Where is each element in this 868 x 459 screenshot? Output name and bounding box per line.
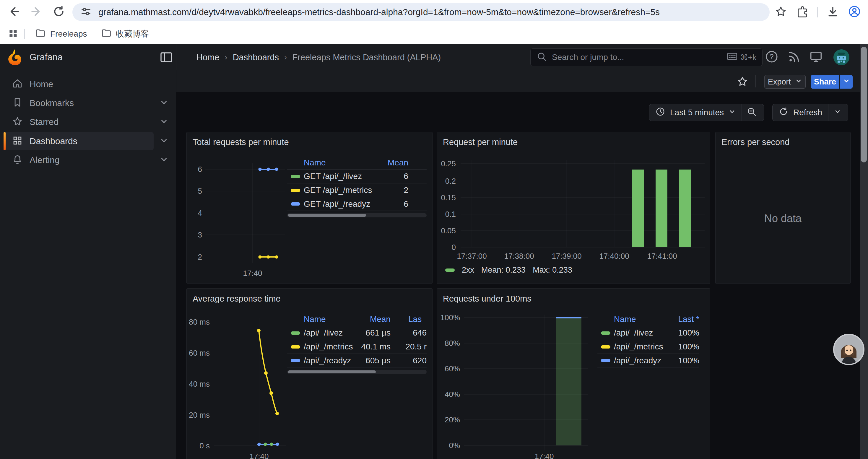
legend-row[interactable]: GET /api/_/livez 6 [287, 169, 427, 183]
sidebar-item-label: Home [30, 79, 53, 89]
series-color-dash [601, 345, 610, 349]
legend-header-row: Name Last * [597, 313, 699, 326]
profile-icon[interactable] [848, 5, 861, 19]
browser-forward-button[interactable] [28, 4, 44, 20]
breadcrumb-home[interactable]: Home [196, 53, 219, 62]
chevron-down-icon [834, 108, 841, 117]
bell-icon [12, 154, 23, 166]
legend-row[interactable]: /api/_/livez 661 µs 646 [287, 326, 427, 340]
search-shortcut: ⌘+k [727, 52, 756, 63]
bookmark-ribbon-icon [12, 97, 23, 109]
x-axis-tick: 17:40:00 [591, 251, 638, 261]
legend-row[interactable]: GET /api/_/readyz 6 [287, 197, 427, 211]
star-outline-icon [736, 84, 749, 89]
refresh-control: Refresh [772, 104, 848, 121]
legend-row[interactable]: /api/_/metrics 40.1 ms 20.5 r [287, 340, 427, 354]
browser-back-button[interactable] [6, 4, 22, 20]
chevron-down-icon[interactable] [159, 155, 168, 165]
legend-header-last[interactable]: Las [408, 315, 427, 324]
legend-series-label[interactable]: 2xx [462, 266, 474, 275]
legend-header-name[interactable]: Name [304, 158, 326, 167]
legend-header-name[interactable]: Name [614, 315, 636, 324]
sidebar: Home Bookmarks Starred Dashboards Alerti… [0, 70, 176, 459]
bookmark-star-icon[interactable] [775, 5, 787, 19]
grafana-logo[interactable] [7, 49, 22, 66]
legend-header-row: Name Mean [287, 156, 427, 169]
legend-mean-value: Mean: 0.233 [481, 266, 526, 275]
refresh-button[interactable]: Refresh [773, 104, 828, 121]
chevron-down-icon [795, 77, 802, 87]
time-range-picker-button[interactable]: Last 5 minutes [649, 104, 742, 121]
panel-requests-under-100ms: Requests under 100ms 100% 80% 60% 40% 20… [437, 288, 710, 459]
sidebar-item-label: Alerting [30, 155, 60, 165]
url-bar[interactable]: grafana.mathmast.com/d/deytv4rwavabkb/fr… [72, 3, 770, 21]
legend-row[interactable]: /api/_/readyz 605 µs 620 [287, 354, 427, 367]
bookmark-folder-blogs[interactable]: 收藏博客 [96, 25, 154, 43]
breadcrumb: Home › Dashboards › Freeleaps Metrics Da… [196, 44, 441, 70]
sidebar-toggle-button[interactable] [160, 52, 172, 64]
time-range-control: Last 5 minutes [649, 104, 764, 121]
legend-row[interactable]: GET /api/_/metrics 2 [287, 183, 427, 197]
legend-row[interactable]: /api/_/livez 100% [597, 326, 699, 340]
series-color-dash [291, 202, 300, 205]
folder-icon [101, 28, 112, 41]
share-button[interactable]: Share [811, 75, 839, 89]
sidebar-item-alerting[interactable]: Alerting [0, 151, 176, 169]
legend-scrollbar-thumb[interactable] [288, 214, 366, 217]
x-axis-tick: 17:40 [241, 452, 277, 459]
legend-row[interactable]: /api/_/readyz 100% [597, 354, 699, 367]
legend-row[interactable]: /api/_/metrics 100% [597, 340, 699, 354]
floating-assistant-avatar[interactable] [832, 333, 865, 367]
browser-reload-button[interactable] [51, 4, 67, 20]
refresh-interval-button[interactable] [829, 104, 847, 121]
legend-scrollbar[interactable] [287, 370, 427, 374]
export-button[interactable]: Export [764, 75, 806, 89]
page-scrollbar-thumb[interactable] [861, 47, 867, 162]
home-icon [12, 78, 23, 90]
news-button[interactable] [785, 48, 804, 67]
bookmark-folder-freeleaps[interactable]: Freeleaps [30, 25, 92, 43]
sidebar-item-home[interactable]: Home [0, 75, 176, 93]
sidebar-item-bookmarks[interactable]: Bookmarks [0, 94, 176, 112]
display-button[interactable] [807, 48, 826, 67]
help-button[interactable]: ? [762, 48, 781, 67]
rss-icon [787, 50, 801, 65]
legend-scrollbar[interactable] [287, 213, 427, 218]
chevron-down-icon[interactable] [159, 98, 168, 108]
series-color-dash [291, 331, 300, 335]
user-avatar[interactable] [833, 49, 849, 66]
apps-grid-icon[interactable] [7, 28, 19, 40]
legend-header-name[interactable]: Name [304, 315, 326, 324]
chevron-down-icon[interactable] [159, 117, 168, 127]
sidebar-item-label: Bookmarks [30, 98, 74, 108]
chevron-down-icon[interactable] [159, 136, 168, 146]
favorite-dashboard-button[interactable] [736, 75, 749, 89]
legend-header-row: Name Mean Las [287, 313, 427, 326]
legend-header-last[interactable]: Last * [661, 315, 699, 324]
downloads-icon[interactable] [827, 5, 839, 19]
zoom-out-time-button[interactable] [742, 104, 761, 121]
extensions-puzzle-icon[interactable] [796, 5, 808, 19]
grafana-brand-label[interactable]: Grafana [30, 44, 63, 70]
search-placeholder: Search or jump to... [552, 53, 727, 62]
breadcrumb-dashboards[interactable]: Dashboards [233, 53, 279, 62]
sidebar-item-starred[interactable]: Starred [0, 113, 176, 131]
share-menu-button[interactable] [840, 75, 852, 89]
x-axis-tick: 17:37:00 [448, 251, 495, 261]
panel-request-per-minute: Request per minute 0.25 0.2 0.15 0.1 0.0… [437, 132, 710, 284]
sidebar-item-label: Dashboards [30, 136, 78, 146]
series-color-dash [601, 359, 610, 362]
star-icon [12, 116, 23, 128]
tune-icon[interactable] [80, 6, 92, 19]
series-color-dash [291, 359, 300, 362]
panel-avg-response-time: Average response time 80 ms 60 ms 40 ms … [186, 288, 433, 459]
legend-scrollbar-thumb[interactable] [288, 370, 376, 373]
sidebar-item-dashboards[interactable]: Dashboards [0, 132, 176, 150]
panel-title[interactable]: Errors per second [721, 137, 790, 147]
legend-header-mean[interactable]: Mean [346, 315, 391, 324]
search-input[interactable]: Search or jump to... ⌘+k [530, 48, 763, 66]
help-icon: ? [765, 50, 778, 65]
legend-header-mean[interactable]: Mean [364, 158, 408, 167]
sidebar-item-label: Starred [30, 117, 59, 127]
request-per-minute-plot[interactable] [437, 132, 710, 284]
